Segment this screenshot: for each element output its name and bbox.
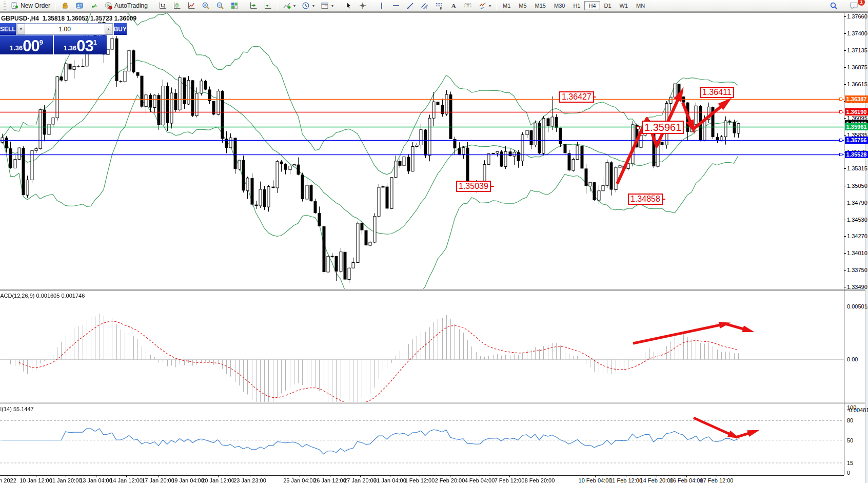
chevron-down-icon[interactable]: ▾ [489,4,491,8]
templates-button[interactable]: ▾ [318,1,337,11]
volume-decrease-button[interactable]: ▼ [17,24,25,34]
signals-icon [90,2,98,10]
time-axis-label: 23 Jan 23:00 [233,477,266,483]
chevron-down-icon[interactable]: ▾ [312,4,314,8]
toolbar-separator [372,1,372,10]
time-axis-label: 31 Jan 04:00 [373,477,406,483]
timeframe-button-w1[interactable]: W1 [616,1,633,10]
price-axis-label: 1.33490 [847,284,867,290]
rsi-pane-canvas[interactable] [0,403,844,476]
toolbar-separator [153,1,153,10]
bars-chart-button[interactable] [155,1,170,11]
buy-button[interactable]: BUY [114,23,127,35]
zoom-in-button[interactable] [199,1,213,11]
trendline-button[interactable] [403,1,418,11]
timeframe-button-d1[interactable]: D1 [600,1,616,10]
price-annotation-label[interactable]: 1.36411 [700,87,734,98]
price-level-badge: 1.36190 [845,108,868,115]
time-axis-label: n 2022 [0,477,16,483]
horizontal-line-icon [392,2,400,10]
shapes-icon [478,2,486,10]
time-axis-label: 2 Feb 20:00 [435,477,465,483]
time-axis-label: 27 Jan 20:00 [344,477,377,483]
price-annotation-label[interactable]: 1.34858 [628,194,663,205]
price-axis-tick [844,168,846,169]
timeframe-button-m5[interactable]: M5 [515,1,530,10]
chart-shift-icon [264,2,272,10]
market-button[interactable] [58,1,72,11]
auto-scroll-button[interactable] [246,1,261,11]
price-annotation-label[interactable]: 1.35961 [642,121,684,134]
line-handle[interactable] [839,139,842,142]
rsi-axis-label: 80 [847,417,853,423]
autotrading-icon [104,2,112,10]
main-chart-canvas[interactable] [0,13,844,289]
candles-chart-button[interactable] [170,1,184,11]
volume-increase-button[interactable]: ▲ [105,24,113,34]
sell-price-display[interactable]: 1.36009 [0,35,53,54]
autotrading-button-label: AutoTrading [114,2,148,9]
shapes-button[interactable]: ▾ [475,1,494,11]
tile-windows-button[interactable] [227,1,242,11]
timeframe-button-mn[interactable]: MN [632,1,649,10]
search-button[interactable] [826,1,841,11]
svg-text:A: A [451,2,457,10]
indicators-button[interactable]: ▾ [280,1,299,11]
toolbar-grip[interactable] [4,2,6,10]
toolbar: New OrderAutoTrading▾▾▾EFAT▾ M1M5M15M30H… [0,0,868,12]
chevron-down-icon[interactable]: ▾ [293,4,295,8]
channel-button[interactable]: E [418,1,432,11]
volume-control: ▼ ▲ [16,23,113,35]
macd-axis-label: 0.00 [847,356,858,362]
line-handle[interactable] [637,126,640,129]
time-axis-label: 1 Feb 12:00 [405,477,435,483]
line-handle[interactable] [839,110,842,113]
price-annotation-label[interactable]: 1.36427 [559,91,594,103]
vertical-line-icon [378,2,386,10]
one-click-trading-panel: SELL ▼ ▲ BUY 1.36009 1.36031 [0,23,107,54]
timeframe-button-h4[interactable]: H4 [584,1,600,10]
annotation-connector [663,199,665,200]
horizontal-line-button[interactable] [389,1,403,11]
fibonacci-button[interactable]: F [432,1,446,11]
sell-button[interactable]: SELL [0,23,16,35]
timeframe-button-m1[interactable]: M1 [499,1,515,10]
zoom-out-button[interactable] [213,1,227,11]
timeframe-button-h1[interactable]: H1 [569,1,584,10]
vertical-line-button[interactable] [374,1,389,11]
text-button[interactable]: A [446,1,461,11]
notifications-button[interactable]: 1 [846,1,862,11]
cursor-button[interactable] [341,1,356,11]
price-level-badge: 1.36387 [845,95,868,103]
macd-pane-canvas[interactable] [0,291,844,402]
time-axis-label: 10 Jan 12:00 [19,477,52,483]
timeframe-button-m15[interactable]: M15 [531,1,550,10]
time-axis-label: 14 Feb 20:00 [640,477,674,483]
price-axis-tick [844,84,846,85]
crosshair-button[interactable] [356,1,370,11]
label-button[interactable]: T [461,1,475,11]
signals-button[interactable] [87,1,101,11]
new-order-button[interactable]: New Order [7,1,53,11]
fibonacci-icon: F [435,2,443,10]
price-annotation-label[interactable]: 1.35039 [456,181,491,192]
price-axis-tick [844,287,846,287]
rsi-indicator-label: RSI(14) 55.1447 [0,406,34,412]
timeframe-button-m30[interactable]: M30 [550,1,569,10]
line-chart-button[interactable] [184,1,199,11]
buy-price-prefix: 1.36 [64,44,76,52]
chart-shift-button[interactable] [261,1,275,11]
autotrading-button[interactable]: AutoTrading [101,1,151,11]
periods-button[interactable]: ▾ [299,1,318,11]
price-axis-tick [844,270,846,271]
community-button[interactable] [72,1,87,11]
auto-scroll-icon [249,2,258,10]
time-axis-label: 10 Feb 04:00 [579,477,612,483]
price-axis-tick [844,118,846,119]
new-order-icon [10,2,18,10]
line-handle[interactable] [839,153,842,156]
volume-input[interactable] [25,24,105,34]
buy-price-display[interactable]: 1.36031 [54,35,107,54]
chevron-down-icon[interactable]: ▾ [331,4,333,8]
line-handle[interactable] [839,98,842,101]
